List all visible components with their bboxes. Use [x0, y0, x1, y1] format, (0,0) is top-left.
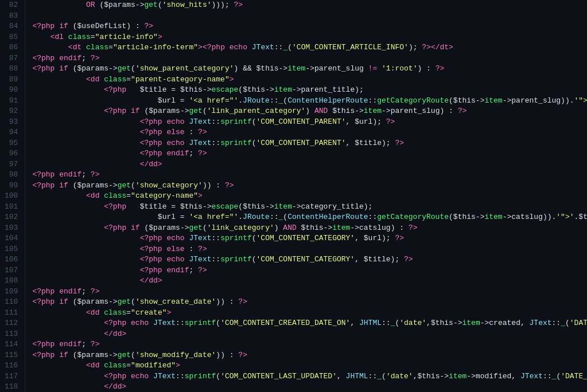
code-line-97: </dd>: [32, 159, 587, 170]
code-line-113: </dd>: [32, 329, 587, 340]
line-num-92: 92: [5, 106, 18, 117]
code-line-93: <?php echo JText::sprintf('COM_CONTENT_P…: [32, 117, 587, 128]
line-num-106: 106: [5, 254, 18, 265]
code-content: OR ($params->get('show_hits'))); ?> <?ph…: [25, 0, 587, 392]
code-line-92: <?php if ($params->get('link_parent_cate…: [32, 106, 587, 117]
line-num-84: 84: [5, 21, 18, 32]
code-line-100: <dd class="category-name">: [32, 191, 587, 202]
line-num-93: 93: [5, 117, 18, 128]
line-num-105: 105: [5, 244, 18, 255]
line-num-83: 83: [5, 11, 18, 22]
code-line-104: <?php echo JText::sprintf('COM_CONTENT_C…: [32, 233, 587, 244]
line-num-108: 108: [5, 276, 18, 287]
code-line-82: OR ($params->get('show_hits'))); ?>: [32, 0, 587, 11]
code-line-101: <?php $title = $this->escape($this->item…: [32, 202, 587, 213]
code-line-102: $url = '<a href="'.JRoute::_(ContentHelp…: [32, 212, 587, 223]
line-num-99: 99: [5, 181, 18, 191]
code-line-112: <?php echo JText::sprintf('COM_CONTENT_C…: [32, 318, 587, 329]
line-num-94: 94: [5, 127, 18, 138]
code-line-96: <?php endif; ?>: [32, 148, 587, 159]
code-line-115: <?php if ($params->get('show_modify_date…: [32, 350, 587, 361]
code-line-109: <?php endif; ?>: [32, 287, 587, 297]
line-num-95: 95: [5, 138, 18, 149]
code-line-86: <dt class="article-info-term"><?php echo…: [32, 42, 587, 53]
code-line-111: <dd class="create">: [32, 308, 587, 319]
line-num-110: 110: [5, 297, 18, 308]
line-num-101: 101: [5, 202, 18, 213]
code-line-91: $url = '<a href="'.JRoute::_(ContentHelp…: [32, 96, 587, 107]
line-num-107: 107: [5, 265, 18, 276]
code-line-88: <?php if ($params->get('show_parent_cate…: [32, 64, 587, 75]
code-line-108: </dd>: [32, 276, 587, 287]
code-line-85: <dl class="article-info">: [32, 32, 587, 43]
code-line-116: <dd class="modified">: [32, 360, 587, 371]
line-num-111: 111: [5, 308, 18, 319]
code-line-107: <?php endif; ?>: [32, 265, 587, 276]
line-num-87: 87: [5, 53, 18, 64]
code-line-87: <?php endif; ?>: [32, 53, 587, 64]
code-line-99: <?php if ($params->get('show_category'))…: [32, 181, 587, 191]
code-line-98: <?php endif; ?>: [32, 170, 587, 181]
line-num-102: 102: [5, 212, 18, 223]
code-line-89: <dd class="parent-category-name">: [32, 75, 587, 85]
line-num-91: 91: [5, 96, 18, 107]
line-num-103: 103: [5, 223, 18, 234]
line-num-90: 90: [5, 85, 18, 96]
code-line-118: </dd>: [32, 382, 587, 392]
code-line-110: <?php if ($params->get('show_create_date…: [32, 297, 587, 308]
line-num-118: 118: [5, 382, 18, 392]
line-number-gutter: 82 83 84 85 86 87 88 89 90 91 92 93 94 9…: [0, 0, 25, 392]
line-num-96: 96: [5, 148, 18, 159]
line-num-88: 88: [5, 64, 18, 75]
line-num-89: 89: [5, 75, 18, 85]
line-num-104: 104: [5, 233, 18, 244]
line-num-86: 86: [5, 42, 18, 53]
line-num-116: 116: [5, 360, 18, 371]
code-line-95: <?php echo JText::sprintf('COM_CONTENT_P…: [32, 138, 587, 149]
code-line-90: <?php $title = $this->escape($this->item…: [32, 85, 587, 96]
line-num-113: 113: [5, 329, 18, 340]
line-num-109: 109: [5, 287, 18, 297]
line-num-82: 82: [5, 0, 18, 11]
line-num-112: 112: [5, 318, 18, 329]
line-num-117: 117: [5, 371, 18, 382]
code-line-83: [32, 11, 587, 22]
line-num-100: 100: [5, 191, 18, 202]
code-line-114: <?php endif; ?>: [32, 339, 587, 350]
code-line-117: <?php echo JText::sprintf('COM_CONTENT_L…: [32, 371, 587, 382]
code-editor: 82 83 84 85 86 87 88 89 90 91 92 93 94 9…: [0, 0, 587, 392]
line-num-97: 97: [5, 159, 18, 170]
code-line-84: <?php if ($useDefList) : ?>: [32, 21, 587, 32]
code-line-106: <?php echo JText::sprintf('COM_CONTENT_C…: [32, 254, 587, 265]
code-line-103: <?php if ($params->get('link_category') …: [32, 223, 587, 234]
line-num-114: 114: [5, 339, 18, 350]
code-line-94: <?php else : ?>: [32, 127, 587, 138]
line-num-85: 85: [5, 32, 18, 43]
line-num-115: 115: [5, 350, 18, 361]
code-line-105: <?php else : ?>: [32, 244, 587, 255]
line-num-98: 98: [5, 170, 18, 181]
